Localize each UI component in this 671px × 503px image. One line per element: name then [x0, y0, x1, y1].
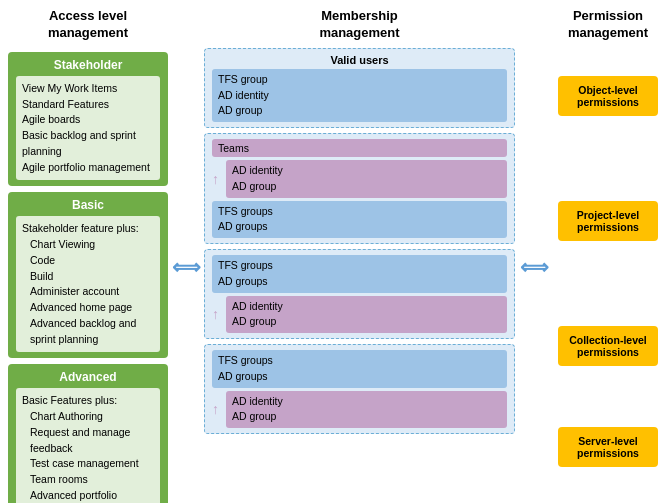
basic-item-4: Administer account	[22, 284, 154, 300]
server-tfs-box: TFS groups AD groups	[212, 350, 507, 388]
right-double-arrow-icon: ⟺	[520, 255, 549, 279]
permissions-container: Object-level permissions Project-level p…	[553, 48, 663, 495]
valid-users-ad-identity: AD identity	[218, 88, 501, 104]
right-arrow-col: ⟺	[519, 8, 549, 495]
stakeholder-content: View My Work Items Standard Features Agi…	[16, 76, 160, 181]
valid-users-ad-group: AD group	[218, 103, 501, 119]
advanced-item-2: Request and manage feedback	[22, 425, 154, 457]
collection-ad-identity: AD identity	[232, 299, 501, 315]
basic-item-1: Chart Viewing	[22, 237, 154, 253]
teams-tfs-line1: TFS groups	[218, 204, 501, 220]
section-teams: Teams ↑ AD identity AD group TFS groups …	[204, 133, 515, 244]
teams-ad-group: AD group	[232, 179, 501, 195]
project-level-button[interactable]: Project-level permissions	[558, 201, 658, 241]
collection-ad-groups: AD groups	[218, 274, 501, 290]
server-tfs-line1: TFS groups	[218, 353, 501, 369]
teams-ad-groups: AD groups	[218, 219, 501, 235]
section-collection: TFS groups AD groups ↑ AD identity AD gr…	[204, 249, 515, 339]
collection-tfs-box: TFS groups AD groups	[212, 255, 507, 293]
basic-item-5: Advanced home page	[22, 300, 154, 316]
advanced-item-5: Advanced portfolio management	[22, 488, 154, 503]
object-level-button[interactable]: Object-level permissions	[558, 76, 658, 116]
collection-tfs-line1: TFS groups	[218, 258, 501, 274]
basic-title: Basic	[16, 198, 160, 212]
teams-ad-identity: AD identity	[232, 163, 501, 179]
collection-level-button[interactable]: Collection-level permissions	[558, 326, 658, 366]
server-level-perm-button[interactable]: Server-level permissions	[558, 427, 658, 467]
advanced-item-3: Test case management	[22, 456, 154, 472]
advanced-intro: Basic Features plus:	[22, 393, 154, 409]
basic-item-6: Advanced backlog and sprint planning	[22, 316, 154, 348]
main-container: Access levelmanagement Stakeholder View …	[0, 0, 671, 503]
advanced-title: Advanced	[16, 370, 160, 384]
server-ad-groups: AD groups	[218, 369, 501, 385]
valid-users-tfs-box: TFS group AD identity AD group	[212, 69, 507, 122]
teams-ad-row: ↑ AD identity AD group	[212, 160, 507, 198]
stakeholder-item-2: Standard Features	[22, 97, 154, 113]
right-column: Permissionmanagement Object-level permis…	[553, 8, 663, 495]
basic-content: Stakeholder feature plus: Chart Viewing …	[16, 216, 160, 352]
stakeholder-item-4: Basic backlog and sprint planning	[22, 128, 154, 160]
stakeholder-item-5: Agile portfolio management	[22, 160, 154, 176]
server-ad-row: ↑ AD identity AD group	[212, 391, 507, 429]
collection-ad-box: AD identity AD group	[226, 296, 507, 334]
basic-intro: Stakeholder feature plus:	[22, 221, 154, 237]
mid-header: Membershipmanagement	[204, 8, 515, 42]
advanced-box: Advanced Basic Features plus: Chart Auth…	[8, 364, 168, 503]
server-ad-box: AD identity AD group	[226, 391, 507, 429]
basic-item-2: Code	[22, 253, 154, 269]
collection-ad-group: AD group	[232, 314, 501, 330]
advanced-item-1: Chart Authoring	[22, 409, 154, 425]
left-arrow-col: ⟺	[172, 8, 200, 495]
stakeholder-item-3: Agile boards	[22, 112, 154, 128]
collection-perm-section: Collection-level permissions	[553, 298, 663, 394]
left-header: Access levelmanagement	[8, 8, 168, 42]
teams-label: Teams	[218, 142, 501, 154]
collection-arrow-icon: ↑	[212, 306, 226, 322]
server-ad-group: AD group	[232, 409, 501, 425]
project-perm-section: Project-level permissions	[553, 149, 663, 293]
object-perm-section: Object-level permissions	[553, 48, 663, 144]
stakeholder-title: Stakeholder	[16, 58, 160, 72]
server-arrow-icon: ↑	[212, 401, 226, 417]
valid-users-tfs-line1: TFS group	[218, 72, 501, 88]
left-column: Access levelmanagement Stakeholder View …	[8, 8, 168, 495]
stakeholder-item-1: View My Work Items	[22, 81, 154, 97]
stakeholder-box: Stakeholder View My Work Items Standard …	[8, 52, 168, 187]
collection-ad-row: ↑ AD identity AD group	[212, 296, 507, 334]
basic-box: Basic Stakeholder feature plus: Chart Vi…	[8, 192, 168, 358]
section-server: TFS groups AD groups ↑ AD identity AD gr…	[204, 344, 515, 434]
advanced-item-4: Team rooms	[22, 472, 154, 488]
server-ad-identity: AD identity	[232, 394, 501, 410]
valid-users-title: Valid users	[212, 54, 507, 66]
advanced-content: Basic Features plus: Chart Authoring Req…	[16, 388, 160, 503]
basic-item-3: Build	[22, 269, 154, 285]
teams-tfs-groups-box: TFS groups AD groups	[212, 201, 507, 239]
server-perm-section: Server-level permissions	[553, 399, 663, 495]
teams-box: Teams	[212, 139, 507, 157]
left-double-arrow-icon: ⟺	[172, 255, 201, 279]
right-header: Permissionmanagement	[553, 8, 663, 42]
teams-ad-box: AD identity AD group	[226, 160, 507, 198]
section-valid-users: Valid users TFS group AD identity AD gro…	[204, 48, 515, 128]
mid-column: Membershipmanagement Valid users TFS gro…	[204, 8, 515, 495]
teams-arrow-icon: ↑	[212, 171, 226, 187]
